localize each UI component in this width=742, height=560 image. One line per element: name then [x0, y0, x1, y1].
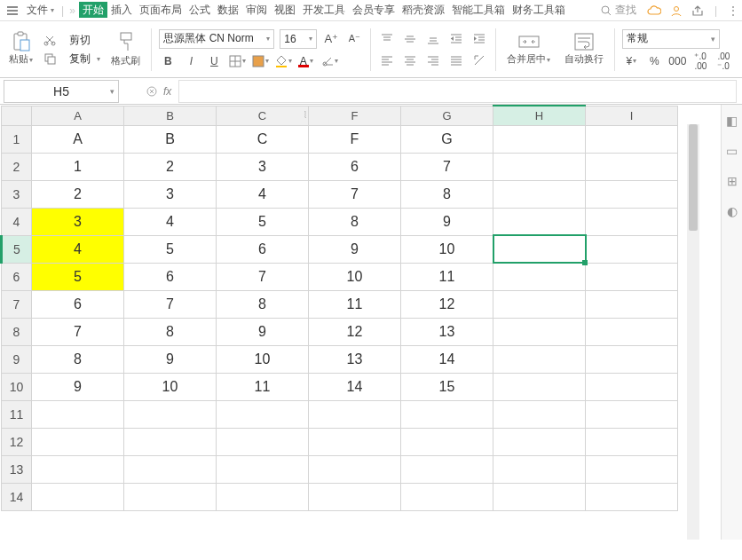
cell-B8[interactable]: 8 — [124, 318, 217, 345]
row-header-7[interactable]: 7 — [2, 290, 32, 318]
row-header-5[interactable]: 5 — [2, 235, 32, 263]
cell-F1[interactable]: F — [309, 125, 401, 153]
cell-A10[interactable]: 9 — [32, 373, 124, 400]
select-all-corner[interactable] — [2, 106, 32, 125]
side-panel-icon[interactable]: ◐ — [727, 204, 738, 218]
cell-B9[interactable]: 9 — [124, 345, 217, 373]
vertical-scrollbar[interactable] — [687, 124, 699, 540]
increase-decimal-button[interactable]: ⁺.0.00 — [691, 52, 709, 70]
cell-F11[interactable] — [309, 400, 401, 428]
menu-tab-3[interactable]: 公式 — [186, 2, 214, 18]
cell-I2[interactable] — [586, 153, 678, 180]
menu-tab-1[interactable]: 插入 — [107, 2, 136, 18]
cell-H14[interactable] — [493, 483, 586, 510]
menu-tab-11[interactable]: 财务工具箱 — [509, 2, 569, 18]
overflow-indicator[interactable]: » — [69, 4, 75, 17]
cell-F12[interactable] — [309, 428, 401, 455]
cell-B7[interactable]: 7 — [124, 290, 217, 318]
font-name-select[interactable]: 思源黑体 CN Norm▾ — [159, 29, 274, 49]
clear-format-button[interactable]: ▾ — [320, 52, 338, 70]
cell-I4[interactable] — [586, 208, 678, 235]
cell-I11[interactable] — [586, 400, 678, 428]
cloud-icon[interactable] — [647, 5, 661, 16]
row-header-4[interactable]: 4 — [2, 208, 32, 235]
cell-H6[interactable] — [493, 263, 586, 290]
comma-style-button[interactable]: 000 — [668, 52, 686, 70]
merge-center-button[interactable]: 合并居中▾ — [503, 33, 554, 66]
cell-style-button[interactable]: ▾ — [251, 52, 269, 70]
align-top-icon[interactable] — [378, 30, 396, 48]
cell-A14[interactable] — [32, 483, 124, 510]
menu-tab-8[interactable]: 会员专享 — [349, 2, 399, 18]
cell-C12[interactable] — [217, 428, 309, 455]
more-icon[interactable]: ⋮ — [728, 4, 738, 17]
cell-C9[interactable]: 10 — [217, 345, 309, 373]
cell-G3[interactable]: 8 — [401, 180, 493, 208]
cell-B2[interactable]: 2 — [124, 153, 217, 180]
cancel-fx-icon[interactable] — [146, 85, 158, 98]
cell-C8[interactable]: 9 — [217, 318, 309, 345]
side-panel-icon[interactable]: ◧ — [726, 114, 738, 128]
column-header-F[interactable]: F — [309, 106, 401, 125]
cell-C6[interactable]: 7 — [217, 263, 309, 290]
copy-button[interactable]: 复制▾ — [43, 51, 100, 67]
cell-A4[interactable]: 3 — [32, 208, 124, 235]
column-header-H[interactable]: H — [493, 106, 586, 125]
cell-G13[interactable] — [401, 455, 493, 483]
decrease-font-icon[interactable]: A⁻ — [345, 30, 363, 48]
cell-G8[interactable]: 13 — [401, 318, 493, 345]
paste-button[interactable] — [12, 33, 31, 51]
orientation-icon[interactable] — [470, 51, 488, 69]
row-header-9[interactable]: 9 — [2, 345, 32, 373]
cell-C3[interactable]: 4 — [217, 180, 309, 208]
cell-H2[interactable] — [493, 153, 586, 180]
cell-C1[interactable]: C — [217, 125, 309, 153]
cell-C13[interactable] — [217, 455, 309, 483]
align-left-icon[interactable] — [378, 51, 396, 69]
menu-tab-2[interactable]: 页面布局 — [136, 2, 186, 18]
search-box[interactable]: 查找 — [601, 3, 636, 18]
menu-tab-7[interactable]: 开发工具 — [299, 2, 349, 18]
row-header-6[interactable]: 6 — [2, 263, 32, 290]
cell-F3[interactable]: 7 — [309, 180, 401, 208]
cell-I6[interactable] — [586, 263, 678, 290]
cell-B3[interactable]: 3 — [124, 180, 217, 208]
cell-B13[interactable] — [124, 455, 217, 483]
cell-B4[interactable]: 4 — [124, 208, 217, 235]
cell-A13[interactable] — [32, 455, 124, 483]
cell-B1[interactable]: B — [124, 125, 217, 153]
wrap-text-button[interactable]: 自动换行 — [561, 33, 607, 66]
row-header-14[interactable]: 14 — [2, 483, 32, 510]
cut-button[interactable]: 剪切 — [43, 33, 100, 48]
hamburger-menu[interactable] — [4, 6, 21, 15]
cell-H9[interactable] — [493, 345, 586, 373]
cell-C4[interactable]: 5 — [217, 208, 309, 235]
column-split-indicator[interactable]: ⦚ — [302, 105, 309, 124]
cell-F9[interactable]: 13 — [309, 345, 401, 373]
cell-I3[interactable] — [586, 180, 678, 208]
cell-C7[interactable]: 8 — [217, 290, 309, 318]
row-header-1[interactable]: 1 — [2, 125, 32, 153]
cell-C11[interactable] — [217, 400, 309, 428]
cell-H11[interactable] — [493, 400, 586, 428]
cell-I7[interactable] — [586, 290, 678, 318]
currency-button[interactable]: ¥▾ — [622, 52, 640, 70]
row-header-12[interactable]: 12 — [2, 428, 32, 455]
cell-F10[interactable]: 14 — [309, 373, 401, 400]
cell-A2[interactable]: 1 — [32, 153, 124, 180]
fx-label[interactable]: fx — [163, 85, 171, 98]
cell-H12[interactable] — [493, 428, 586, 455]
cell-B14[interactable] — [124, 483, 217, 510]
cell-G11[interactable] — [401, 400, 493, 428]
row-header-8[interactable]: 8 — [2, 318, 32, 345]
percent-button[interactable]: % — [645, 52, 663, 70]
row-header-10[interactable]: 10 — [2, 373, 32, 400]
cell-I8[interactable] — [586, 318, 678, 345]
cell-G6[interactable]: 11 — [401, 263, 493, 290]
menu-tab-6[interactable]: 视图 — [271, 2, 299, 18]
cell-F2[interactable]: 6 — [309, 153, 401, 180]
cell-A12[interactable] — [32, 428, 124, 455]
cell-I13[interactable] — [586, 455, 678, 483]
name-box[interactable]: H5 ▾ — [4, 80, 119, 103]
cell-H1[interactable] — [493, 125, 586, 153]
